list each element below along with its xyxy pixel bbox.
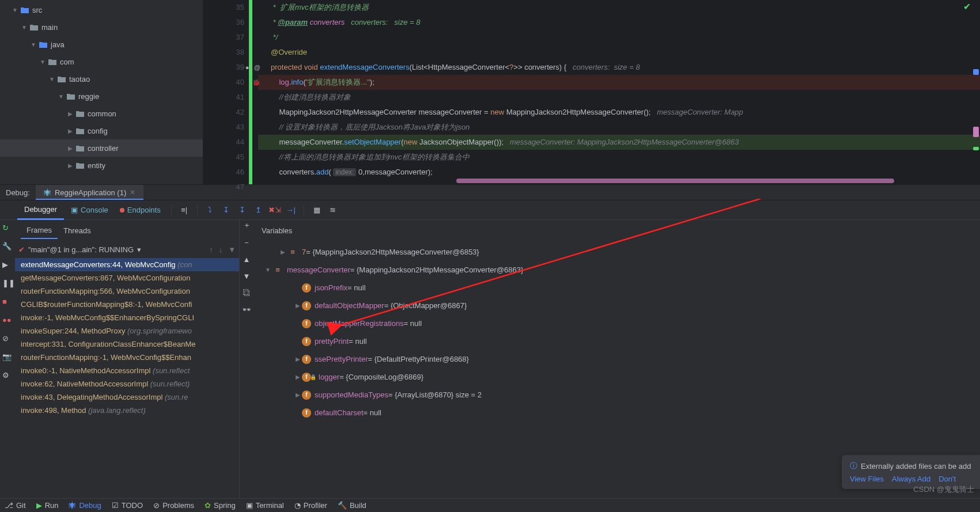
variable-row[interactable]: fdefaultCharset = null (253, 404, 980, 422)
frame-up-icon[interactable]: ↑ (209, 245, 213, 254)
variable-row[interactable]: ▶fsupportedMediaTypes = {ArrayList@6870}… (253, 386, 980, 404)
stop-icon[interactable]: ■ (2, 297, 13, 308)
frame-row[interactable]: invokeSuper:244, MethodProxy (org.spring… (15, 324, 239, 337)
editor-content[interactable]: * 扩展mvc框架的消息转换器 * @param converters conv… (249, 0, 980, 184)
sb-todo[interactable]: ☑TODO (112, 501, 143, 510)
mute-breakpoints-icon[interactable]: ⊘ (2, 334, 13, 344)
step-out-icon[interactable]: ↥ (252, 203, 266, 217)
tab-endpoints[interactable]: Endpoints (115, 206, 165, 214)
thread-dropdown[interactable]: "main"@1 in g...ain": RUNNING (28, 245, 134, 254)
settings-icon[interactable]: ⚙ (2, 371, 13, 381)
frames-list[interactable]: extendMessageConverters:44, WebMvcConfig… (15, 258, 239, 498)
sb-problems[interactable]: ⊘Problems (153, 501, 194, 510)
inspection-ok-icon[interactable]: ✔ (963, 1, 971, 12)
debug-tool-window-tabs: Debug: 🕷 ReggieApplication (1) ✕ (0, 184, 980, 200)
close-icon[interactable]: ✕ (130, 188, 135, 196)
terminal-icon: ▣ (246, 501, 253, 510)
step-into-icon[interactable]: ↧ (220, 203, 233, 217)
glasses-icon[interactable]: 👓 (240, 305, 253, 314)
tree-controller[interactable]: ▶controller (0, 139, 203, 157)
variable-row[interactable]: ▶fssePrettyPrinter = {DefaultPrettyPrint… (253, 350, 980, 368)
variable-row[interactable]: ▶f🔒logger = {CompositeLog@6869} (253, 368, 980, 386)
sb-spring[interactable]: ✿Spring (205, 501, 236, 510)
run-config-tab[interactable]: 🕷 ReggieApplication (1) ✕ (36, 185, 143, 200)
run-to-cursor-icon[interactable]: →| (284, 203, 298, 217)
frame-row[interactable]: getMessageConverters:867, WebMvcConfigur… (15, 271, 239, 285)
get-thread-dump-icon[interactable]: 📷 (2, 352, 13, 363)
status-bar: ⎇Git ▶Run 🕷Debug ☑TODO ⊘Problems ✿Spring… (0, 498, 980, 512)
chevron-down-icon[interactable]: ▾ (137, 245, 141, 254)
spring-icon: ✿ (205, 501, 211, 510)
frames-panel: Frames Threads ✔ "main"@1 in g...ain": R… (15, 220, 240, 498)
step-over-icon[interactable]: ⤵ (203, 203, 217, 217)
tab-debugger[interactable]: Debugger (17, 200, 64, 220)
tree-com[interactable]: ▼com (0, 53, 203, 70)
problems-icon: ⊘ (153, 501, 160, 510)
variable-row[interactable]: ▶≡7 = {MappingJackson2HttpMessageConvert… (253, 243, 980, 261)
tab-frames[interactable]: Frames (21, 222, 58, 239)
modify-run-icon[interactable]: 🔧 (2, 242, 13, 252)
remove-watch-icon[interactable]: − (240, 238, 253, 247)
rerun-icon[interactable]: ↻ (2, 223, 13, 234)
debug-sidebar: ↻ 🔧 ▶ ❚❚ ■ ●● ⊘ 📷 ⚙ (0, 220, 15, 498)
variable-row[interactable]: fprettyPrint = null (253, 332, 980, 350)
todo-icon: ☑ (112, 501, 119, 510)
filter-icon[interactable]: ▼ (228, 245, 236, 254)
frame-row[interactable]: CGLIB$routerFunctionMapping$8:-1, WebMvc… (15, 298, 239, 311)
editor-scroll-markers (973, 0, 979, 184)
tree-common[interactable]: ▶common (0, 105, 203, 122)
sb-build[interactable]: 🔨Build (338, 501, 366, 510)
threads-icon[interactable]: ≡| (177, 203, 191, 217)
variable-row[interactable]: ▼≡messageConverter = {MappingJackson2Htt… (253, 261, 980, 279)
copy-icon[interactable]: ⿻ (240, 289, 253, 297)
sb-terminal[interactable]: ▣Terminal (246, 501, 284, 510)
add-watch-icon[interactable]: ＋ (240, 220, 253, 230)
frame-row[interactable]: invoke:62, NativeMethodAccessorImpl (sun… (15, 377, 239, 390)
resume-icon[interactable]: ▶ (2, 260, 13, 271)
tab-threads[interactable]: Threads (58, 223, 97, 238)
frame-row[interactable]: routerFunctionMapping:-1, WebMvcConfig$$… (15, 351, 239, 364)
variable-row[interactable]: fobjectMapperRegistrations = null (253, 314, 980, 332)
debugger-toolbar: Debugger ▣Console Endpoints ≡| ⤵ ↧ ↧ ↥ ✖… (0, 200, 980, 220)
frame-row[interactable]: invoke:498, Method (java.lang.reflect) (15, 404, 239, 417)
project-tree[interactable]: ▼src ▼main ▼java ▼com ▼taotao ▼reggie ▶c… (0, 0, 203, 184)
frame-row[interactable]: invoke0:-1, NativeMethodAccessorImpl (su… (15, 364, 239, 377)
run-config-name: ReggieApplication (1) (55, 188, 126, 197)
view-breakpoints-icon[interactable]: ●● (2, 316, 13, 326)
tab-console[interactable]: ▣Console (66, 206, 113, 214)
frame-row[interactable]: invoke:-1, WebMvcConfig$$EnhancerBySprin… (15, 311, 239, 324)
notification-title: Externally added files can be add (861, 462, 971, 471)
down-icon[interactable]: ▼ (240, 272, 253, 280)
evaluate-icon[interactable]: ▦ (310, 203, 324, 217)
tree-taotao[interactable]: ▼taotao (0, 70, 203, 88)
sb-git[interactable]: ⎇Git (5, 501, 26, 510)
variable-row[interactable]: ▶fdefaultObjectMapper = {ObjectMapper@68… (253, 297, 980, 314)
frame-down-icon[interactable]: ↓ (219, 245, 223, 254)
notif-view-files[interactable]: View Files (850, 475, 884, 483)
tree-java[interactable]: ▼java (0, 36, 203, 53)
pause-icon[interactable]: ❚❚ (2, 279, 13, 289)
drop-frame-icon[interactable]: ✖⇲ (268, 203, 282, 217)
tree-reggie[interactable]: ▼reggie (0, 88, 203, 105)
tree-config[interactable]: ▶config (0, 122, 203, 139)
frame-row[interactable]: extendMessageConverters:44, WebMvcConfig… (15, 258, 239, 271)
notif-dont[interactable]: Don't (939, 475, 956, 483)
tree-src[interactable]: ▼src (0, 1, 203, 18)
frame-row[interactable]: intercept:331, ConfigurationClassEnhance… (15, 337, 239, 351)
trace-icon[interactable]: ≋ (326, 203, 340, 217)
frame-row[interactable]: invoke:43, DelegatingMethodAccessorImpl … (15, 390, 239, 404)
variable-row[interactable]: fjsonPrefix = null (253, 279, 980, 297)
sb-run[interactable]: ▶Run (36, 501, 59, 510)
code-editor[interactable]: 3536373839●↑ @40🐞41424344454647 * 扩展mvc框… (203, 0, 980, 184)
editor-gutter[interactable]: 3536373839●↑ @40🐞41424344454647 (203, 0, 249, 184)
frame-row[interactable]: routerFunctionMapping:566, WebMvcConfigu… (15, 285, 239, 298)
notif-always-add[interactable]: Always Add (892, 475, 930, 483)
editor-hscrollbar[interactable] (456, 179, 894, 183)
force-step-into-icon[interactable]: ↧ (236, 203, 249, 217)
tree-main[interactable]: ▼main (0, 18, 203, 36)
sb-debug[interactable]: 🕷Debug (69, 501, 101, 510)
sb-profiler[interactable]: ◔Profiler (294, 501, 327, 510)
watermark: CSDN @鬼鬼骑士 (913, 484, 974, 495)
tree-entity[interactable]: ▶entity (0, 157, 203, 174)
up-icon[interactable]: ▲ (240, 255, 253, 264)
